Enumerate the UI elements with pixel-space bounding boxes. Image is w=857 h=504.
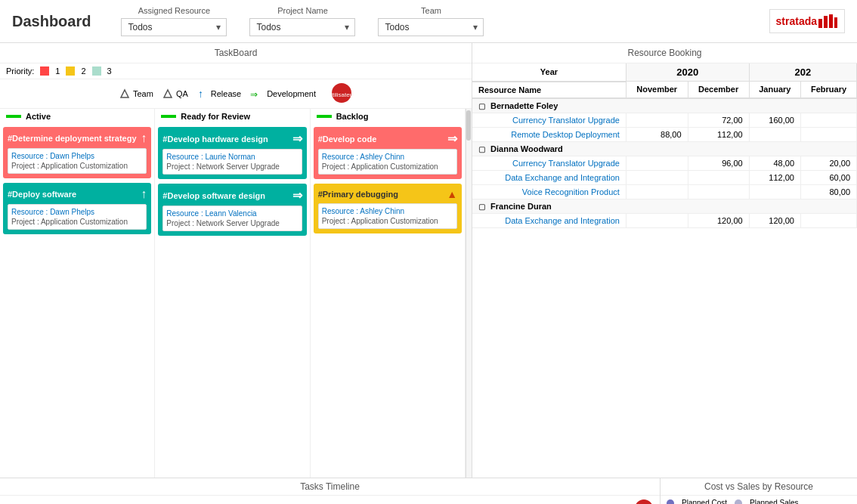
expand-icon-francine[interactable]: ▢ (478, 203, 485, 211)
cell-dec: 112,00 (688, 127, 749, 141)
cell-jan: 48,00 (749, 156, 800, 170)
group-francine-name: ▢ Francine Duran (472, 199, 857, 213)
card-resource-2: Resource : Dawn Phelps (11, 208, 143, 216)
kanban-board: Active #Determine deployment strategy ↑ … (0, 109, 472, 478)
filter-team-wrapper[interactable]: Todos (378, 18, 484, 36)
resource-table: Year 2020 202 Resource Name November Dec… (472, 63, 857, 228)
card-title-4: #Develop software design ⇒ (162, 188, 302, 203)
card-resource-3: Resource : Laurie Norman (166, 153, 298, 161)
cost-vs-sales-panel: Cost vs Sales by Resource Planned Cost P… (661, 478, 857, 504)
timeline-avatar-icon (634, 499, 654, 504)
svg-text:Utilisateur: Utilisateur (331, 91, 352, 98)
card-primary-debugging[interactable]: #Primary debugging ▲ Resource : Ashley C… (314, 184, 462, 233)
kanban-col-active-header: Active (0, 109, 154, 124)
card-develop-hardware[interactable]: #Develop hardware design ⇒ Resource : La… (158, 127, 306, 179)
right-arrow-icon-2: ⇒ (292, 188, 302, 203)
card-project-4: Project : Network Server Upgrade (166, 219, 298, 227)
legend-development-label: Development (267, 89, 316, 98)
filter-project-name-wrapper[interactable]: Todos (249, 18, 355, 36)
expand-icon-bernadette[interactable]: ▢ (478, 102, 485, 110)
cell-jan: 112,00 (749, 170, 800, 184)
team-icon (119, 88, 130, 99)
avatar-circle: Utilisateur (331, 82, 352, 105)
item-name: Currency Translator Upgrade (472, 113, 626, 127)
cell-feb: 60,00 (801, 170, 857, 184)
priority-label: Priority: (6, 66, 34, 76)
legend-release-label: Release (211, 89, 241, 98)
cell-nov (626, 213, 688, 227)
group-bernadette-name: ▢ Bernadette Foley (472, 98, 857, 113)
legend-release: ↑ Release (197, 88, 241, 99)
item-name: Data Exchange and Integration (472, 213, 626, 227)
logo-box: stratada (769, 9, 845, 33)
priority-dot-1 (40, 66, 49, 76)
resource-booking-panel: Resource Booking Year 2020 202 Resource … (472, 43, 857, 478)
cell-nov (626, 170, 688, 184)
card-body-6: Resource : Ashley Chinn Project : Applic… (318, 203, 457, 229)
card-body-5: Resource : Ashley Chinn Project : Applic… (318, 149, 457, 175)
card-deploy-software[interactable]: #Deploy software ↑ Resource : Dawn Phelp… (3, 183, 151, 234)
cell-jan (749, 184, 800, 199)
priority-value-1: 1 (55, 66, 60, 76)
february-header: February (801, 82, 857, 98)
table-row: Currency Translator Upgrade 96,00 48,00 … (472, 156, 857, 170)
page-title: Dashboard (12, 13, 91, 30)
card-determine-deployment[interactable]: #Determine deployment strategy ↑ Resourc… (3, 127, 151, 178)
logo: stratada (769, 9, 845, 33)
svg-rect-0 (818, 19, 822, 28)
december-header: December (688, 82, 749, 98)
cell-feb (801, 213, 857, 227)
item-name: Currency Translator Upgrade (472, 156, 626, 170)
timeline-controls: Timeline Bars Timeline Bar Text Baseline… (0, 496, 660, 504)
planned-cost-label: Planned Cost (682, 499, 727, 504)
card-project-1: Project : Application Customization (11, 162, 143, 170)
filter-project-name-select[interactable]: Todos (249, 18, 355, 36)
filter-project-name: Project Name Todos (249, 6, 355, 36)
card-develop-code[interactable]: #Develop code ⇒ Resource : Ashley Chinn … (314, 127, 462, 179)
svg-rect-1 (824, 16, 828, 28)
legend-qa-label: QA (176, 89, 188, 98)
svg-point-10 (635, 499, 653, 504)
cell-nov (626, 113, 688, 127)
ready-indicator (161, 115, 176, 118)
card-resource-1: Resource : Dawn Phelps (11, 152, 143, 160)
up-arrow-icon-2: ↑ (141, 187, 147, 201)
card-project-6: Project : Application Customization (322, 217, 453, 225)
year-2020-header: 2020 (626, 63, 749, 82)
planned-cost-dot (667, 499, 674, 505)
zoom-control: − + (546, 499, 654, 504)
svg-text:⇒: ⇒ (250, 89, 258, 99)
kanban-scrollbar[interactable] (466, 109, 472, 478)
filter-team-select[interactable]: Todos (378, 18, 484, 36)
filter-assigned-resource-wrapper[interactable]: Todos (121, 18, 227, 36)
table-row: Remote Desktop Deployment 88,00 112,00 (472, 127, 857, 141)
filter-assigned-resource-label: Assigned Resource (138, 6, 210, 15)
cost-vs-sales-title: Cost vs Sales by Resource (661, 478, 857, 496)
timeline-title: Tasks Timeline (0, 478, 660, 496)
card-title-2: #Deploy software ↑ (8, 187, 147, 201)
svg-marker-4 (121, 90, 128, 97)
kanban-col-ready: Ready for Review #Develop hardware desig… (155, 109, 310, 478)
main-area: TaskBoard Priority: 1 2 3 Team QA ↑ Rel (0, 43, 857, 478)
card-title-1: #Determine deployment strategy ↑ (8, 131, 147, 145)
expand-icon-dianna[interactable]: ▢ (478, 145, 485, 153)
cell-dec (688, 170, 749, 184)
kanban-scroll-thumb[interactable] (466, 110, 471, 141)
card-project-3: Project : Network Server Upgrade (166, 162, 298, 171)
kanban-col-backlog-header: Backlog (311, 109, 465, 124)
backlog-label: Backlog (336, 112, 369, 121)
user-avatar-icon: Utilisateur (331, 82, 352, 104)
logo-text: stratada (776, 15, 817, 27)
cell-dec (688, 184, 749, 199)
filter-assigned-resource-select[interactable]: Todos (121, 18, 227, 36)
card-develop-software-design[interactable]: #Develop software design ⇒ Resource : Le… (158, 184, 306, 236)
ready-cards: #Develop hardware design ⇒ Resource : La… (155, 124, 309, 478)
cell-feb (801, 113, 857, 127)
january-header: January (749, 82, 800, 98)
active-cards: #Determine deployment strategy ↑ Resourc… (0, 124, 154, 478)
cell-jan: 120,00 (749, 213, 800, 227)
timeline-avatar (634, 499, 654, 504)
cell-feb: 80,00 (801, 184, 857, 199)
card-body-4: Resource : Leann Valencia Project : Netw… (162, 206, 302, 231)
filter-team-label: Team (421, 6, 441, 15)
